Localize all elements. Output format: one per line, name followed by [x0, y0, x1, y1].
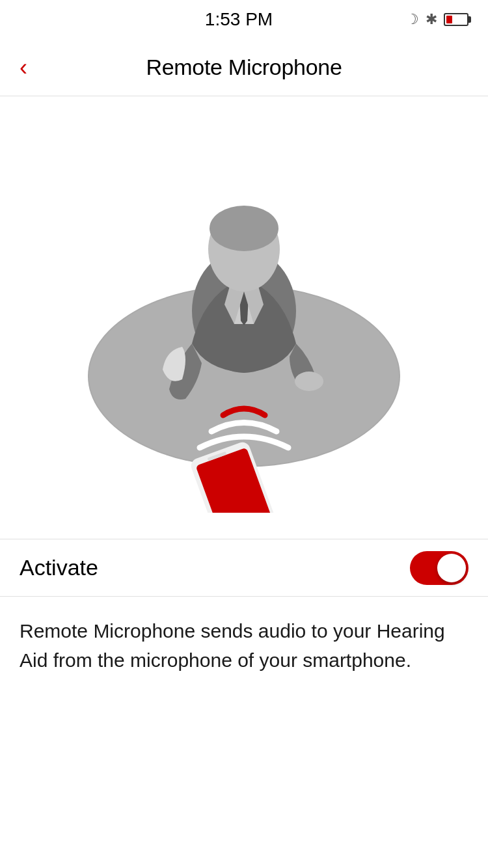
moon-icon: ☽ — [406, 11, 419, 28]
status-bar: 1:53 PM ☽ ✱ — [0, 0, 488, 39]
bluetooth-icon: ✱ — [426, 11, 437, 28]
status-time: 1:53 PM — [72, 9, 406, 30]
remote-microphone-illustration — [62, 122, 426, 513]
back-chevron-icon: ‹ — [20, 56, 27, 79]
page-title: Remote Microphone — [146, 55, 342, 80]
svg-point-5 — [295, 372, 323, 391]
toggle-knob — [437, 554, 466, 582]
battery-fill — [446, 16, 452, 23]
description-text: Remote Microphone sends audio to your He… — [20, 616, 468, 675]
description-area: Remote Microphone sends audio to your He… — [0, 597, 488, 694]
illustration-container — [0, 96, 488, 539]
battery-icon — [444, 13, 468, 26]
activate-label: Activate — [20, 555, 98, 580]
activate-row: Activate — [0, 539, 488, 597]
status-icons: ☽ ✱ — [406, 11, 468, 28]
back-button[interactable]: ‹ — [13, 49, 34, 86]
svg-point-4 — [210, 206, 278, 251]
activate-toggle[interactable] — [410, 551, 468, 585]
nav-bar: ‹ Remote Microphone — [0, 39, 488, 96]
